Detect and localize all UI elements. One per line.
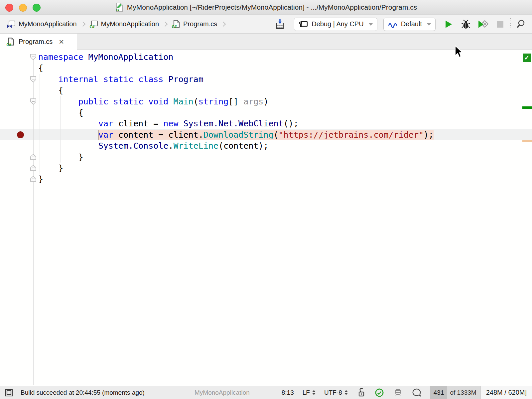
solution-icon — [7, 20, 16, 29]
chevron-down-icon — [427, 23, 431, 26]
robot-worker-icon[interactable] — [393, 388, 403, 398]
breakpoint-line-highlight: var content = client.DownloadString("htt… — [98, 130, 434, 140]
status-bar: Build succeeded at 20:44:55 (moments ago… — [0, 386, 532, 399]
fold-collapse-icon[interactable] — [30, 98, 36, 106]
fold-collapse-icon[interactable] — [30, 76, 36, 84]
code-line[interactable]: { — [0, 107, 532, 118]
traffic-lights — [5, 4, 41, 12]
code-line[interactable]: System.Console.WriteLine(content); — [0, 140, 532, 151]
breadcrumb-label: MyMonoApplication — [101, 20, 159, 28]
readonly-lock-icon[interactable] — [356, 388, 366, 398]
breadcrumb: MyMonoApplication C# MyMonoApplication C… — [0, 20, 229, 29]
encoding-widget[interactable]: UTF-8 — [324, 389, 348, 396]
fold-end-icon[interactable] — [30, 165, 36, 173]
inspections-status-indicator[interactable]: ✓ — [523, 54, 531, 62]
breadcrumb-project[interactable]: C# MyMonoApplication — [89, 20, 159, 29]
zoom-window-button[interactable] — [33, 4, 41, 12]
main-toolbar: MyMonoApplication C# MyMonoApplication C… — [0, 15, 532, 34]
line-ending-widget[interactable]: LF — [303, 389, 316, 396]
run-button[interactable] — [444, 20, 453, 29]
code-line[interactable]: var client = new System.Net.WebClient(); — [0, 118, 532, 129]
editor-tab-bar: C# Program.cs ✕ — [0, 34, 532, 50]
debug-button[interactable] — [461, 19, 471, 29]
memory-indicator[interactable]: 431 of 1333M — [430, 386, 480, 399]
highlighting-level-icon[interactable] — [374, 388, 384, 398]
updown-arrows-icon — [344, 390, 348, 395]
csharp-project-icon: C# — [89, 20, 98, 29]
chevron-right-icon — [80, 22, 85, 27]
tab-label: Program.cs — [19, 38, 53, 46]
svg-text:C#: C# — [172, 24, 177, 29]
code-line[interactable]: var content = client.DownloadString("htt… — [0, 129, 532, 140]
status-project-name: MyMonoApplication — [195, 389, 250, 396]
code-line[interactable]: internal static class Program — [0, 74, 532, 85]
stop-button-disabled — [496, 20, 504, 28]
code-line[interactable]: namespace MyMonoApplication — [0, 52, 532, 63]
fold-end-icon[interactable] — [30, 176, 36, 184]
toolwindow-toggle-icon[interactable] — [5, 388, 13, 397]
chevron-down-icon — [368, 23, 373, 26]
svg-text:C#: C# — [6, 42, 12, 46]
breadcrumb-solution[interactable]: MyMonoApplication — [7, 20, 77, 29]
code-lines: namespace MyMonoApplication{ internal st… — [0, 52, 532, 185]
breakpoint-dot[interactable] — [17, 131, 24, 138]
code-line[interactable]: { — [0, 63, 532, 73]
solution-configuration-selector[interactable]: Debug | Any CPU — [294, 18, 377, 31]
caret-position-widget[interactable]: 8:13 — [282, 389, 294, 396]
search-everywhere-icon[interactable] — [516, 19, 525, 29]
code-editor[interactable]: namespace MyMonoApplication{ internal st… — [0, 50, 532, 386]
build-status-message[interactable]: Build succeeded at 20:44:55 (moments ago… — [21, 389, 145, 396]
csharp-file-icon: C# — [6, 37, 15, 47]
title-bar: C# MyMonoApplication [~/RiderProjects/My… — [0, 0, 532, 15]
fold-end-icon[interactable] — [30, 154, 36, 162]
chevron-right-icon — [221, 22, 226, 27]
indent-guide — [60, 96, 61, 163]
event-log-icon[interactable] — [412, 388, 422, 398]
memory-used-segment: 431 — [430, 386, 448, 399]
scrollbar-change-marker — [522, 106, 532, 109]
svg-text:C#: C# — [89, 24, 95, 29]
profile-label: Default — [401, 20, 422, 28]
breadcrumb-label: Program.cs — [183, 20, 217, 28]
tab-program-cs[interactable]: C# Program.cs ✕ — [0, 34, 77, 50]
code-line[interactable]: { — [0, 85, 532, 96]
run-with-coverage-button[interactable] — [477, 19, 489, 29]
configuration-label: Debug | Any CPU — [312, 20, 363, 28]
csharp-file-icon: C# — [171, 20, 180, 29]
minimize-window-button[interactable] — [19, 4, 27, 12]
profile-wave-icon — [388, 20, 398, 28]
updown-arrows-icon — [312, 390, 316, 395]
close-tab-icon[interactable]: ✕ — [59, 38, 64, 46]
heap-indicator: 248M / 620M] — [480, 386, 532, 399]
breadcrumb-label: MyMonoApplication — [19, 20, 77, 28]
breadcrumb-file[interactable]: C# Program.cs — [171, 20, 217, 29]
code-line[interactable]: } — [0, 163, 532, 174]
close-window-button[interactable] — [5, 4, 13, 12]
mouse-cursor — [454, 45, 464, 61]
memory-total-label: of 1333M — [447, 389, 480, 396]
document-proxy-icon: C# — [115, 2, 124, 12]
indent-guide — [81, 118, 81, 151]
toolbar-separator — [510, 18, 511, 30]
code-line[interactable]: } — [0, 174, 532, 185]
fold-collapse-icon[interactable] — [30, 54, 36, 62]
scrollbar-breakpoint-marker — [522, 140, 532, 142]
code-line[interactable]: } — [0, 152, 532, 163]
window-title: MyMonoApplication [~/RiderProjects/MyMon… — [127, 3, 417, 11]
chevron-right-icon — [163, 22, 168, 27]
launch-profile-selector[interactable]: Default — [383, 18, 436, 31]
indent-guide — [40, 74, 40, 174]
svg-text:C#: C# — [116, 9, 119, 12]
attach-to-process-icon[interactable] — [275, 19, 285, 30]
code-line[interactable]: public static void Main(string[] args) — [0, 96, 532, 107]
configuration-icon — [298, 20, 308, 29]
